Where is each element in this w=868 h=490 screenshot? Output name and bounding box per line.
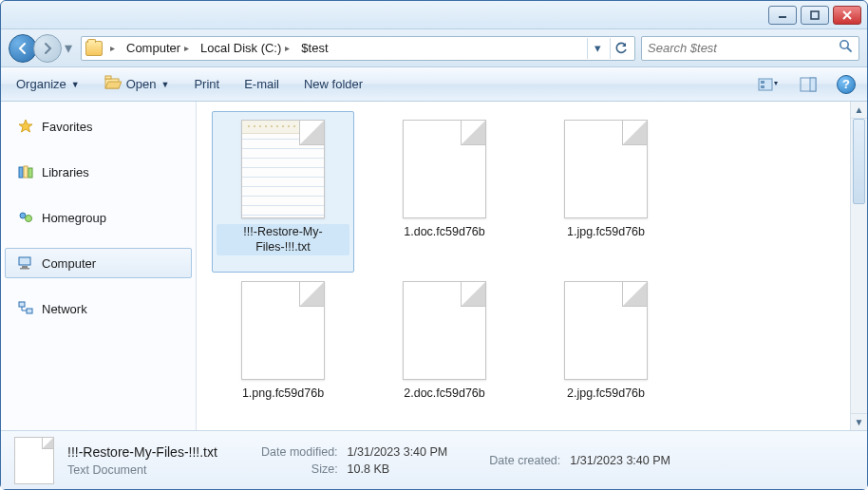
sidebar-item-libraries[interactable]: Libraries bbox=[5, 157, 192, 187]
svg-rect-7 bbox=[761, 85, 764, 88]
address-dropdown[interactable]: ▾ bbox=[587, 38, 608, 59]
sidebar-item-label: Computer bbox=[42, 256, 96, 271]
svg-rect-19 bbox=[27, 309, 32, 313]
open-label: Open bbox=[126, 77, 157, 91]
star-icon bbox=[17, 118, 34, 135]
details-type: Text Document bbox=[67, 463, 248, 477]
search-input[interactable] bbox=[648, 41, 833, 55]
file-name: 1.doc.fc59d76b bbox=[401, 224, 488, 241]
nav-pane: Favorites Libraries Homegroup Computer N… bbox=[1, 102, 197, 430]
svg-rect-17 bbox=[20, 268, 29, 270]
details-file-icon bbox=[14, 437, 54, 484]
newfolder-label: New folder bbox=[304, 77, 363, 91]
scroll-thumb[interactable] bbox=[853, 119, 865, 204]
view-menu[interactable] bbox=[757, 74, 780, 95]
sidebar-item-network[interactable]: Network bbox=[5, 293, 192, 324]
file-item[interactable]: !!!-Restore-My-Files-!!!.txt bbox=[212, 111, 354, 273]
file-item[interactable]: 2.jpg.fc59d76b bbox=[535, 273, 677, 430]
text-file-icon bbox=[241, 120, 325, 218]
history-dropdown[interactable]: ▾ bbox=[62, 39, 75, 58]
toolbar: Organize▼ Open▼ Print E-mail New folder … bbox=[1, 67, 867, 102]
generic-file-icon bbox=[564, 120, 648, 218]
details-created-label: Date created: bbox=[489, 454, 560, 467]
breadcrumb-computer[interactable]: Computer▸ bbox=[123, 41, 193, 55]
sidebar-item-computer[interactable]: Computer bbox=[5, 248, 192, 278]
details-modified-label: Date modified: bbox=[261, 445, 338, 459]
scroll-down-button[interactable]: ▼ bbox=[851, 413, 867, 430]
titlebar bbox=[1, 1, 867, 29]
sidebar-item-homegroup[interactable]: Homegroup bbox=[5, 202, 192, 233]
svg-point-13 bbox=[20, 213, 26, 218]
details-pane: !!!-Restore-My-Files-!!!.txt Text Docume… bbox=[1, 430, 867, 489]
file-name: 2.doc.fc59d76b bbox=[401, 386, 488, 403]
file-list[interactable]: !!!-Restore-My-Files-!!!.txt 1.doc.fc59d… bbox=[197, 102, 850, 430]
scrollbar[interactable]: ▲ ▼ bbox=[850, 102, 867, 430]
search-icon bbox=[839, 39, 853, 57]
homegroup-icon bbox=[17, 209, 34, 226]
organize-menu[interactable]: Organize▼ bbox=[12, 75, 84, 93]
email-button[interactable]: E-mail bbox=[240, 75, 283, 93]
close-button[interactable] bbox=[833, 6, 861, 25]
breadcrumb-localdisk[interactable]: Local Disk (C:)▸ bbox=[197, 41, 293, 55]
preview-pane-button[interactable] bbox=[797, 74, 820, 95]
computer-icon bbox=[17, 254, 34, 272]
minimize-button[interactable] bbox=[768, 6, 797, 25]
svg-rect-10 bbox=[19, 167, 23, 178]
breadcrumb-label: Computer bbox=[126, 41, 180, 55]
svg-rect-11 bbox=[24, 166, 28, 178]
breadcrumb-folder[interactable]: $test bbox=[297, 41, 331, 55]
open-menu[interactable]: Open▼ bbox=[101, 73, 174, 95]
svg-rect-6 bbox=[761, 81, 764, 84]
svg-rect-9 bbox=[810, 78, 816, 91]
help-button[interactable]: ? bbox=[837, 75, 856, 94]
svg-rect-12 bbox=[28, 168, 32, 178]
svg-point-14 bbox=[26, 216, 32, 222]
file-name: 2.jpg.fc59d76b bbox=[564, 386, 648, 403]
organize-label: Organize bbox=[16, 77, 66, 91]
generic-file-icon bbox=[241, 281, 325, 380]
details-size-label: Size: bbox=[261, 462, 338, 476]
file-item[interactable]: 1.doc.fc59d76b bbox=[373, 111, 516, 273]
details-size-value: 10.8 KB bbox=[348, 462, 448, 476]
email-label: E-mail bbox=[244, 77, 279, 91]
sidebar-item-label: Homegroup bbox=[42, 211, 106, 225]
svg-rect-0 bbox=[779, 16, 786, 18]
file-item[interactable]: 1.jpg.fc59d76b bbox=[535, 111, 677, 273]
generic-file-icon bbox=[403, 120, 486, 218]
sidebar-item-favorites[interactable]: Favorites bbox=[5, 111, 192, 141]
sidebar-item-label: Network bbox=[42, 302, 87, 316]
svg-rect-18 bbox=[19, 302, 25, 307]
file-item[interactable]: 2.doc.fc59d76b bbox=[373, 273, 516, 430]
file-name: 1.jpg.fc59d76b bbox=[564, 224, 648, 241]
print-button[interactable]: Print bbox=[190, 75, 223, 93]
libraries-icon bbox=[17, 163, 34, 180]
breadcrumb-sep[interactable]: ▸ bbox=[106, 43, 119, 53]
sidebar-item-label: Libraries bbox=[42, 165, 89, 179]
details-modified-value: 1/31/2023 3:40 PM bbox=[348, 445, 448, 459]
forward-button[interactable] bbox=[33, 34, 62, 63]
refresh-button[interactable] bbox=[610, 38, 631, 59]
content-wrap: !!!-Restore-My-Files-!!!.txt 1.doc.fc59d… bbox=[197, 102, 867, 430]
file-item[interactable]: 1.png.fc59d76b bbox=[212, 273, 354, 430]
network-icon bbox=[17, 300, 34, 317]
scroll-up-button[interactable]: ▲ bbox=[851, 102, 867, 119]
explorer-window: ▾ ▸ Computer▸ Local Disk (C:)▸ $test ▾ O… bbox=[0, 0, 868, 490]
svg-rect-15 bbox=[19, 257, 30, 265]
details-name: !!!-Restore-My-Files-!!!.txt bbox=[67, 444, 248, 460]
svg-rect-16 bbox=[22, 266, 28, 268]
file-name: !!!-Restore-My-Files-!!!.txt bbox=[217, 224, 349, 255]
breadcrumb-label: $test bbox=[301, 41, 328, 55]
newfolder-button[interactable]: New folder bbox=[300, 75, 367, 93]
nav-buttons: ▾ bbox=[9, 34, 75, 63]
details-created-value: 1/31/2023 3:40 PM bbox=[570, 454, 670, 467]
svg-rect-1 bbox=[811, 11, 819, 19]
folder-icon bbox=[85, 41, 103, 56]
print-label: Print bbox=[194, 77, 219, 91]
search-box[interactable] bbox=[641, 36, 859, 61]
sidebar-item-label: Favorites bbox=[42, 120, 92, 134]
maximize-button[interactable] bbox=[801, 6, 829, 25]
svg-rect-5 bbox=[759, 79, 772, 90]
generic-file-icon bbox=[564, 281, 648, 380]
file-name: 1.png.fc59d76b bbox=[239, 386, 327, 403]
address-bar[interactable]: ▸ Computer▸ Local Disk (C:)▸ $test ▾ bbox=[81, 36, 635, 61]
